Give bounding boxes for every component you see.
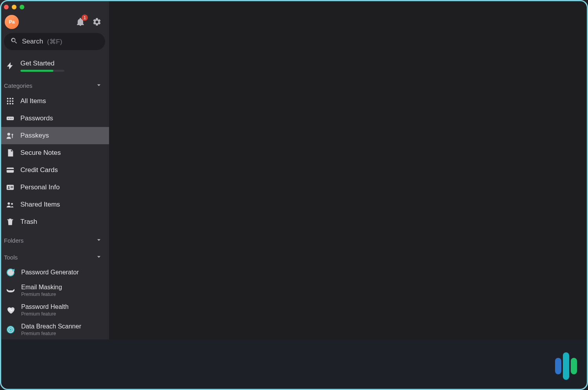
brand-logo xyxy=(555,352,577,374)
minimize-window-button[interactable] xyxy=(12,5,16,9)
mask-icon xyxy=(5,285,16,296)
chevron-down-icon xyxy=(95,81,103,90)
svg-point-18 xyxy=(8,186,10,188)
sidebar-item-label: Get Started xyxy=(20,60,64,67)
search-icon xyxy=(10,37,18,46)
svg-point-8 xyxy=(12,103,13,104)
svg-point-13 xyxy=(7,133,10,136)
section-categories[interactable]: Categories xyxy=(0,76,109,93)
svg-point-5 xyxy=(12,100,13,102)
sidebar-item-personal-info[interactable]: Personal Info xyxy=(0,179,109,196)
chevron-down-icon xyxy=(95,236,103,245)
sidebar-item-label: Passwords xyxy=(20,114,53,122)
tool-data-breach-scanner[interactable]: Data Breach Scanner Premium feature xyxy=(0,320,109,339)
svg-point-11 xyxy=(10,118,11,119)
svg-point-2 xyxy=(12,98,13,100)
section-folders[interactable]: Folders xyxy=(0,230,109,247)
refresh-icon xyxy=(5,267,16,278)
window-controls xyxy=(0,0,109,9)
sidebar-item-label: Personal Info xyxy=(20,183,60,191)
chevron-down-icon xyxy=(95,253,103,262)
svg-point-14 xyxy=(11,134,13,135)
tool-label: Password Health xyxy=(21,303,69,310)
main-content: Enjoy an easier way to log in What are p… xyxy=(0,339,588,390)
svg-point-22 xyxy=(11,203,13,205)
tool-subtitle: Premium feature xyxy=(21,292,62,297)
tool-password-generator[interactable]: Password Generator xyxy=(0,264,109,281)
grid-icon xyxy=(5,96,15,106)
sidebar-item-secure-notes[interactable]: Secure Notes xyxy=(0,144,109,161)
target-icon xyxy=(5,325,16,335)
search-hint: (⌘F) xyxy=(47,38,62,46)
sidebar-item-passwords[interactable]: Passwords xyxy=(0,110,109,127)
note-icon xyxy=(5,148,15,158)
svg-point-24 xyxy=(12,290,13,291)
sidebar: Pa 1 Search (⌘F) xyxy=(0,0,109,339)
svg-point-6 xyxy=(7,103,9,104)
credit-card-icon xyxy=(5,165,15,175)
sidebar-item-passkeys[interactable]: Passkeys xyxy=(0,127,109,144)
svg-point-3 xyxy=(7,100,9,102)
svg-point-21 xyxy=(7,202,10,205)
svg-point-27 xyxy=(10,329,11,330)
tool-subtitle: Premium feature xyxy=(21,311,69,317)
section-tools[interactable]: Tools xyxy=(0,247,109,264)
heartbeat-icon xyxy=(5,305,16,315)
tool-subtitle: Premium feature xyxy=(21,331,81,336)
sidebar-item-label: Passkeys xyxy=(20,132,49,140)
svg-point-10 xyxy=(8,118,9,119)
svg-point-0 xyxy=(7,98,9,100)
sidebar-item-get-started[interactable]: Get Started xyxy=(0,56,109,76)
id-card-icon xyxy=(5,183,15,192)
zoom-window-button[interactable] xyxy=(20,5,24,9)
svg-rect-20 xyxy=(11,187,13,188)
search-label: Search xyxy=(22,38,43,45)
sidebar-item-label: Trash xyxy=(20,218,37,226)
trash-icon xyxy=(5,217,15,227)
sidebar-item-label: Secure Notes xyxy=(20,149,61,157)
svg-point-1 xyxy=(9,98,11,100)
svg-rect-16 xyxy=(7,169,14,170)
close-window-button[interactable] xyxy=(4,5,9,9)
tool-label: Data Breach Scanner xyxy=(21,323,81,330)
people-icon xyxy=(5,200,15,209)
search-input[interactable]: Search (⌘F) xyxy=(4,33,105,50)
svg-point-4 xyxy=(9,100,11,102)
sidebar-item-label: All Items xyxy=(20,97,46,105)
sidebar-item-trash[interactable]: Trash xyxy=(0,213,109,230)
notifications-badge: 1 xyxy=(82,15,88,21)
svg-point-23 xyxy=(9,290,10,291)
avatar[interactable]: Pa xyxy=(5,15,19,29)
tool-label: Email Masking xyxy=(21,284,62,291)
svg-point-12 xyxy=(11,118,12,119)
lightning-icon xyxy=(5,61,15,71)
password-field-icon xyxy=(5,114,15,123)
tool-password-health[interactable]: Password Health Premium feature xyxy=(0,300,109,320)
get-started-progress xyxy=(20,70,64,72)
settings-icon[interactable] xyxy=(92,17,102,27)
tool-email-masking[interactable]: Email Masking Premium feature xyxy=(0,281,109,300)
sidebar-item-shared-items[interactable]: Shared Items xyxy=(0,196,109,213)
sidebar-item-all-items[interactable]: All Items xyxy=(0,93,109,110)
sidebar-item-label: Shared Items xyxy=(20,201,60,209)
tool-label: Password Generator xyxy=(21,269,79,276)
passkey-icon xyxy=(5,131,15,140)
svg-point-7 xyxy=(9,103,11,104)
sidebar-item-credit-cards[interactable]: Credit Cards xyxy=(0,161,109,179)
sidebar-item-label: Credit Cards xyxy=(20,166,58,174)
svg-rect-19 xyxy=(11,186,13,187)
